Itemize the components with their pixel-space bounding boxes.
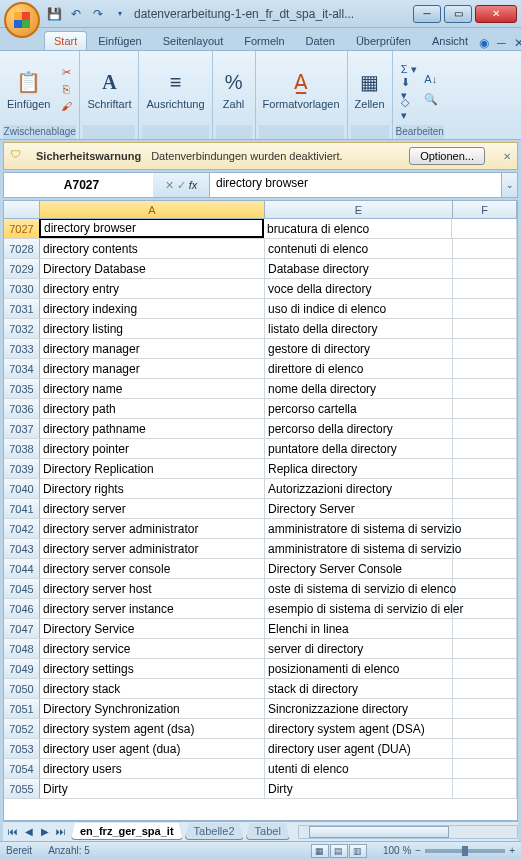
select-all-corner[interactable]	[4, 201, 40, 218]
cell[interactable]: directory server	[40, 499, 265, 518]
cell[interactable]	[453, 259, 517, 278]
cell[interactable]	[453, 619, 517, 638]
cell[interactable]	[453, 639, 517, 658]
close-warning-icon[interactable]: ✕	[503, 151, 511, 162]
cell[interactable]: Autorizzazioni directory	[265, 479, 453, 498]
cell[interactable]: gestore di directory	[265, 339, 453, 358]
number-button[interactable]: %Zahl	[216, 64, 252, 114]
row-header[interactable]: 7045	[4, 579, 40, 598]
undo-icon[interactable]: ↶	[68, 6, 84, 22]
cell[interactable]	[452, 219, 517, 238]
cell[interactable]: Directory Service	[40, 619, 265, 638]
cell[interactable]	[453, 499, 517, 518]
cell[interactable]	[453, 339, 517, 358]
office-button[interactable]	[4, 2, 40, 38]
row-header[interactable]: 7049	[4, 659, 40, 678]
formula-input[interactable]: directory browser	[209, 172, 502, 198]
minimize-button[interactable]: ─	[413, 5, 441, 23]
row-header[interactable]: 7028	[4, 239, 40, 258]
row-header[interactable]: 7048	[4, 639, 40, 658]
cell[interactable]: server di directory	[265, 639, 453, 658]
cell[interactable]	[453, 679, 517, 698]
row-header[interactable]: 7027	[4, 219, 40, 238]
cell[interactable]: directory browser	[39, 219, 264, 238]
zoom-level[interactable]: 100 %	[383, 845, 411, 856]
tab-seitenlayout[interactable]: Seitenlayout	[153, 31, 234, 50]
cell[interactable]: Directory Database	[40, 259, 265, 278]
cell[interactable]	[453, 379, 517, 398]
cell[interactable]: brucatura di elenco	[264, 219, 452, 238]
sort-icon[interactable]: A↓	[423, 72, 439, 86]
cell[interactable]	[453, 579, 517, 598]
cell[interactable]: contenuti di elenco	[265, 239, 453, 258]
cell[interactable]	[453, 759, 517, 778]
row-header[interactable]: 7042	[4, 519, 40, 538]
page-layout-view-icon[interactable]: ▤	[330, 844, 348, 858]
cell[interactable]: posizionamenti di elenco	[265, 659, 453, 678]
row-header[interactable]: 7037	[4, 419, 40, 438]
row-header[interactable]: 7030	[4, 279, 40, 298]
zoom-slider[interactable]	[425, 849, 505, 853]
cell[interactable]	[453, 699, 517, 718]
next-sheet-icon[interactable]: ▶	[37, 826, 53, 837]
row-header[interactable]: 7054	[4, 759, 40, 778]
cell[interactable]: Dirty	[40, 779, 265, 798]
cancel-formula-icon[interactable]: ✕	[165, 179, 174, 192]
cell[interactable]: Directory Replication	[40, 459, 265, 478]
normal-view-icon[interactable]: ▦	[311, 844, 329, 858]
cell[interactable]	[453, 559, 517, 578]
format-painter-icon[interactable]: 🖌	[58, 99, 74, 113]
cell[interactable]	[453, 539, 517, 558]
fill-icon[interactable]: ⬇ ▾	[401, 82, 417, 96]
row-header[interactable]: 7036	[4, 399, 40, 418]
row-header[interactable]: 7040	[4, 479, 40, 498]
align-button[interactable]: ≡Ausrichtung	[142, 64, 208, 114]
cell[interactable]: directory user agent (DUA)	[265, 739, 453, 758]
cell[interactable]: directory server administrator	[40, 539, 265, 558]
cell[interactable]: directory user agent (dua)	[40, 739, 265, 758]
zoom-out-icon[interactable]: −	[415, 845, 421, 856]
row-header[interactable]: 7033	[4, 339, 40, 358]
qat-dropdown-icon[interactable]: ▾	[112, 6, 128, 22]
sheet-tab-3[interactable]: Tabel	[246, 823, 290, 840]
first-sheet-icon[interactable]: ⏮	[5, 826, 21, 837]
last-sheet-icon[interactable]: ⏭	[53, 826, 69, 837]
cell[interactable]: esempio di sistema di servizio di eler	[265, 599, 453, 618]
copy-icon[interactable]: ⎘	[58, 82, 74, 96]
row-header[interactable]: 7053	[4, 739, 40, 758]
cell[interactable]: puntatore della directory	[265, 439, 453, 458]
tab-einfuegen[interactable]: Einfügen	[88, 31, 151, 50]
font-button[interactable]: ASchriftart	[83, 64, 135, 114]
maximize-button[interactable]: ▭	[444, 5, 472, 23]
zoom-in-icon[interactable]: +	[509, 845, 515, 856]
cell[interactable]	[453, 439, 517, 458]
scrollbar-thumb[interactable]	[309, 826, 449, 838]
cell[interactable]: directory indexing	[40, 299, 265, 318]
cell[interactable]: percorso della directory	[265, 419, 453, 438]
redo-icon[interactable]: ↷	[90, 6, 106, 22]
row-header[interactable]: 7032	[4, 319, 40, 338]
column-header-f[interactable]: F	[453, 201, 517, 218]
cell[interactable]: directory settings	[40, 659, 265, 678]
row-header[interactable]: 7039	[4, 459, 40, 478]
help-icon[interactable]: ◉	[479, 36, 489, 50]
cell[interactable]: amministratore di sistema di servizio	[265, 519, 453, 538]
cell[interactable]: listato della directory	[265, 319, 453, 338]
cell[interactable]: nome della directory	[265, 379, 453, 398]
tab-daten[interactable]: Daten	[296, 31, 345, 50]
cell[interactable]: Database directory	[265, 259, 453, 278]
row-header[interactable]: 7034	[4, 359, 40, 378]
row-header[interactable]: 7046	[4, 599, 40, 618]
row-header[interactable]: 7043	[4, 539, 40, 558]
cell[interactable]: directory system agent (DSA)	[265, 719, 453, 738]
cell[interactable]: directory stack	[40, 679, 265, 698]
cell[interactable]	[453, 299, 517, 318]
row-header[interactable]: 7047	[4, 619, 40, 638]
cell[interactable]: directory manager	[40, 339, 265, 358]
row-header[interactable]: 7050	[4, 679, 40, 698]
cell[interactable]	[453, 519, 517, 538]
row-header[interactable]: 7031	[4, 299, 40, 318]
cell[interactable]: Dirty	[265, 779, 453, 798]
tab-formeln[interactable]: Formeln	[234, 31, 294, 50]
save-icon[interactable]: 💾	[46, 6, 62, 22]
